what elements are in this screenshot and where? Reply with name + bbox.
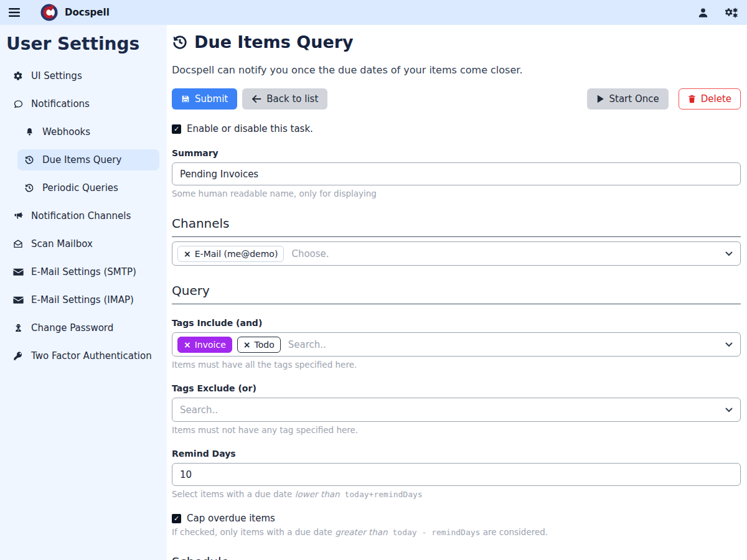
comment-icon (12, 99, 24, 110)
delete-button[interactable]: Delete (679, 88, 741, 110)
tags-include-select[interactable]: × Invoice × Todo Search.. (172, 332, 741, 357)
page-description: Docspell can notify you once the due dat… (172, 64, 741, 76)
envelope-open-icon (12, 239, 24, 249)
tags-exclude-helper: Items must not have any tag specified he… (172, 425, 741, 435)
start-once-button[interactable]: Start Once (587, 88, 669, 110)
summary-helper: Some human readable name, only for displ… (172, 189, 741, 198)
sidebar: User Settings UI Settings Notifications … (0, 25, 167, 560)
trash-icon (688, 95, 696, 103)
sidebar-item-label: Notifications (31, 98, 90, 110)
history-icon (24, 155, 35, 165)
sidebar-item-change-password[interactable]: Change Password (6, 317, 159, 338)
tags-include-helper: Items must have all the tags specified h… (172, 360, 741, 370)
hamburger-menu-icon[interactable] (9, 8, 20, 17)
docspell-logo-icon (40, 3, 59, 22)
tags-include-label: Tags Include (and) (172, 318, 741, 328)
sidebar-item-notifications[interactable]: Notifications (6, 93, 159, 114)
sidebar-item-scan-mailbox[interactable]: Scan Mailbox (6, 233, 159, 254)
summary-label: Summary (172, 148, 741, 158)
brand-name: Docspell (65, 7, 110, 18)
sidebar-item-label: E-Mail Settings (SMTP) (31, 266, 136, 278)
remind-days-input[interactable] (172, 463, 741, 486)
history-icon (24, 183, 35, 193)
sidebar-item-label: Webhooks (42, 126, 90, 138)
sidebar-item-label: Notification Channels (31, 210, 131, 222)
remove-chip-icon[interactable]: × (184, 340, 191, 350)
cap-overdue-label: Cap overdue items (187, 513, 275, 524)
chevron-down-icon (725, 251, 733, 256)
gear-icon (12, 71, 24, 81)
sidebar-item-label: Scan Mailbox (31, 238, 93, 250)
channels-placeholder: Choose. (289, 248, 329, 259)
submit-button[interactable]: Submit (172, 88, 237, 110)
bullhorn-icon (12, 211, 24, 221)
cap-overdue-row: ✓ Cap overdue items (172, 513, 741, 524)
chevron-down-icon (725, 342, 733, 347)
user-secret-icon (12, 323, 24, 333)
tag-chip-invoice[interactable]: × Invoice (177, 337, 232, 353)
tags-exclude-placeholder: Search.. (177, 404, 218, 416)
enable-task-row: ✓ Enable or disable this task. (172, 123, 741, 134)
envelope-icon (12, 296, 24, 304)
sidebar-item-webhooks[interactable]: Webhooks (17, 121, 159, 142)
sidebar-item-label: Due Items Query (42, 154, 121, 166)
sidebar-item-label: E-Mail Settings (IMAP) (31, 294, 134, 306)
remove-chip-icon[interactable]: × (184, 249, 191, 259)
bell-icon (24, 127, 35, 137)
sidebar-item-due-items-query[interactable]: Due Items Query (17, 149, 159, 170)
cap-overdue-helper: If checked, only items with a due date g… (172, 527, 741, 537)
tags-include-placeholder: Search.. (286, 339, 326, 350)
save-icon (181, 95, 190, 103)
page-title: Due Items Query (172, 32, 741, 52)
channels-heading: Channels (172, 216, 741, 237)
back-to-list-button[interactable]: Back to list (242, 88, 327, 110)
enable-task-checkbox[interactable]: ✓ (172, 124, 181, 134)
sidebar-item-two-factor[interactable]: Two Factor Authentication (6, 345, 159, 366)
remove-chip-icon[interactable]: × (243, 340, 251, 350)
sidebar-item-label: UI Settings (31, 70, 82, 82)
cap-overdue-checkbox[interactable]: ✓ (172, 514, 181, 523)
sidebar-title: User Settings (6, 31, 159, 65)
envelope-icon (12, 268, 24, 276)
sidebar-item-notification-channels[interactable]: Notification Channels (6, 205, 159, 226)
sidebar-item-label: Change Password (31, 322, 113, 334)
brand[interactable]: Docspell (40, 3, 110, 22)
query-heading: Query (172, 283, 741, 304)
enable-task-label: Enable or disable this task. (187, 123, 313, 134)
main-content: Due Items Query Docspell can notify you … (167, 25, 747, 560)
arrow-left-icon (251, 95, 261, 103)
channels-select[interactable]: × E-Mail (me@demo) Choose. (172, 241, 741, 266)
sidebar-item-email-imap[interactable]: E-Mail Settings (IMAP) (6, 289, 159, 310)
topbar: Docspell (0, 0, 747, 25)
remind-days-helper: Select items with a due date lower than … (172, 489, 741, 499)
tags-exclude-select[interactable]: Search.. (172, 398, 741, 422)
gears-settings-icon[interactable] (725, 7, 738, 19)
sidebar-item-periodic-queries[interactable]: Periodic Queries (17, 177, 159, 198)
user-account-icon[interactable] (697, 7, 709, 19)
channel-chip-email[interactable]: × E-Mail (me@demo) (177, 246, 284, 262)
sidebar-item-email-smtp[interactable]: E-Mail Settings (SMTP) (6, 261, 159, 282)
tag-chip-todo[interactable]: × Todo (237, 337, 281, 353)
sidebar-item-ui-settings[interactable]: UI Settings (6, 65, 159, 86)
history-icon (172, 34, 188, 50)
sidebar-item-label: Two Factor Authentication (31, 350, 152, 362)
tags-exclude-label: Tags Exclude (or) (172, 383, 741, 393)
play-icon (596, 95, 604, 103)
remind-days-label: Remind Days (172, 449, 741, 459)
action-buttons-row: Submit Back to list Start Once (172, 88, 741, 110)
page-title-text: Due Items Query (194, 32, 354, 52)
schedule-heading: Schedule (172, 554, 741, 560)
sidebar-item-label: Periodic Queries (42, 182, 118, 194)
chevron-down-icon (725, 408, 733, 413)
key-icon (12, 351, 24, 361)
summary-input[interactable] (172, 162, 741, 185)
